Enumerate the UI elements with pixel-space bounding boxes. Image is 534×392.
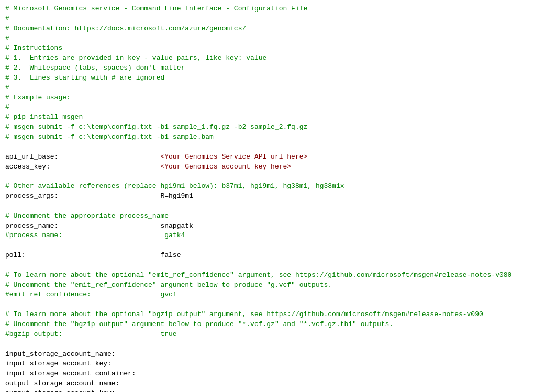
- line-37: input_storage_account_key:: [5, 360, 112, 367]
- line-3: # Documentation: https://docs.microsoft.…: [5, 25, 246, 32]
- line-14: # msgen submit -f c:\temp\config.txt -b1…: [5, 133, 214, 141]
- editor-container: # Microsoft Genomics service - Command L…: [5, 4, 529, 392]
- line-39: output_storage_account_name:: [5, 379, 119, 387]
- line-7: # 2. Whitespace (tabs, spaces) don't mat…: [5, 64, 185, 72]
- line-22: # Uncomment the appropriate process_name: [5, 212, 169, 220]
- line-23: process_name: snapgatk: [5, 222, 193, 230]
- line-16: api_url_base: <Your Genomics Service API…: [5, 153, 307, 161]
- line-26: poll: false: [5, 251, 181, 259]
- line-28: # To learn more about the optional "emit…: [5, 271, 511, 279]
- line-4: #: [5, 35, 9, 42]
- line-40: output_storage_account_key:: [5, 389, 116, 392]
- line-11: #: [5, 103, 9, 111]
- line-30: #emit_ref_confidence: gvcf: [5, 290, 177, 298]
- code-content: # Microsoft Genomics service - Command L…: [5, 4, 529, 392]
- line-12: # pip install msgen: [5, 113, 83, 121]
- line-8: # 3. Lines starting with # are ignored: [5, 74, 164, 82]
- line-17: access_key: <Your Genomics account key h…: [5, 163, 291, 171]
- line-20: process_args: R=hg19m1: [5, 192, 193, 200]
- line-1: # Microsoft Genomics service - Command L…: [5, 5, 307, 13]
- line-36: input_storage_account_name:: [5, 350, 116, 358]
- line-32: # To learn more about the optional "bgzi…: [5, 310, 483, 318]
- line-19: # Other available references (replace hg…: [5, 182, 344, 190]
- line-34: #bgzip_output: true: [5, 330, 177, 338]
- line-13: # msgen submit -f c:\temp\config.txt -b1…: [5, 123, 307, 131]
- line-10: # Example usage:: [5, 94, 71, 102]
- line-29: # Uncomment the "emit_ref_confidence" ar…: [5, 281, 332, 289]
- line-6: # 1. Entries are provided in key - value…: [5, 54, 266, 62]
- line-24: #process_name: gatk4: [5, 231, 185, 239]
- line-2: #: [5, 15, 9, 23]
- line-5: # Instructions: [5, 44, 62, 52]
- line-9: #: [5, 84, 9, 92]
- line-38: input_storage_account_container:: [5, 369, 136, 377]
- line-33: # Uncomment the "bgzip_output" argument …: [5, 320, 393, 328]
